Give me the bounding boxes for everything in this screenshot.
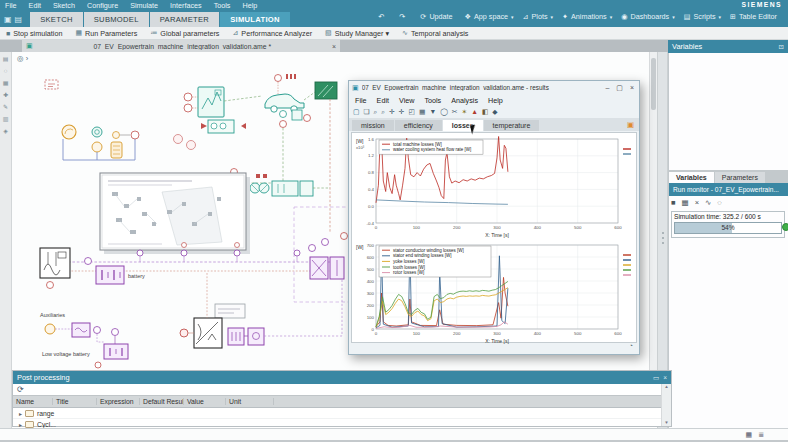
close-run-icon[interactable]: ×: [695, 198, 699, 207]
component-auxiliaries[interactable]: Auxiliaries: [40, 312, 104, 342]
menu-item[interactable]: File: [5, 1, 17, 10]
component-inverter-unit[interactable]: [174, 120, 247, 150]
run-parameters-button[interactable]: ▦Run Parameters: [75, 29, 137, 38]
results-tab[interactable]: losses: [443, 120, 483, 131]
losses-chart-bottom[interactable]: 0100200300400500600010020030040050060070…: [354, 241, 634, 345]
star-icon[interactable]: ✶: [461, 108, 467, 116]
app-space-button[interactable]: ❖App space▾: [465, 12, 514, 21]
alert-icon[interactable]: ▣: [627, 120, 634, 129]
column-header[interactable]: Default Resul: [140, 398, 184, 405]
cut-icon[interactable]: ✂: [452, 108, 458, 116]
component-thermal-loop[interactable]: [62, 125, 139, 160]
results-tab[interactable]: mission: [352, 120, 394, 131]
home-icon[interactable]: ◎: [17, 54, 24, 63]
temporal-analysis-button[interactable]: ∿Temporal analysis: [402, 29, 468, 38]
scroll-down-icon[interactable]: ▼: [662, 420, 671, 426]
stop-simulation-button[interactable]: ■Stop simulation: [6, 29, 62, 38]
column-header[interactable]: Title: [53, 398, 97, 405]
column-header[interactable]: Name: [13, 398, 53, 405]
mode-tab[interactable]: PARAMETER: [150, 12, 219, 27]
results-window-titlebar[interactable]: ▣ 07_EV_Epowertrain_machine_integration_…: [349, 81, 639, 94]
document-tab[interactable]: ▣ 07_EV_Epowertrain_machine_integration_…: [22, 40, 340, 52]
column-header[interactable]: Unit: [226, 398, 274, 405]
canvas-vertical-scrollbar[interactable]: [649, 52, 657, 370]
results-tab[interactable]: efficiency: [395, 120, 442, 131]
expand-icon[interactable]: ▸: [19, 421, 22, 428]
plot-icon[interactable]: ▦: [682, 198, 689, 207]
embedded-image[interactable]: [100, 173, 250, 254]
scroll-up-icon[interactable]: ▲: [662, 384, 671, 390]
global-parameters-button[interactable]: ≔Global parameters: [150, 29, 219, 38]
close-button[interactable]: ×: [628, 84, 636, 91]
palette-icon[interactable]: ◧: [482, 108, 488, 116]
performance-analyzer-button[interactable]: ⊿Performance Analyzer: [232, 29, 312, 38]
export-icon[interactable]: ◆: [492, 108, 497, 116]
open-icon[interactable]: ▤: [15, 16, 23, 24]
pin-icon[interactable]: ⊡: [779, 43, 784, 51]
refresh-circle-icon[interactable]: ◯: [440, 108, 448, 116]
scripts-button[interactable]: ▤Scripts▾: [684, 12, 721, 21]
zoom-in-icon[interactable]: ⌕: [374, 108, 378, 116]
maximize-button[interactable]: ▢: [614, 84, 625, 92]
component-dcdc-lv[interactable]: [180, 273, 342, 348]
results-menu-item[interactable]: Analysis: [451, 96, 478, 105]
search-panel-icon[interactable]: ◌: [4, 68, 8, 74]
right-panel-tab[interactable]: Variables: [669, 172, 714, 183]
post-processing-scrollbar[interactable]: ▲ ▼: [661, 384, 671, 426]
right-panel-tab[interactable]: Parameters: [715, 172, 765, 183]
component-cooling-fans[interactable]: [250, 174, 330, 196]
menu-item[interactable]: Sketch: [53, 1, 75, 10]
results-menu-item[interactable]: Help: [488, 96, 503, 105]
post-processing-header[interactable]: Post processing ▭×: [13, 371, 671, 384]
refresh-icon[interactable]: ⟳: [17, 385, 24, 394]
normalize-icon[interactable]: ◰: [409, 108, 415, 116]
minimize-panel-icon[interactable]: ▭: [653, 374, 659, 382]
stop-icon[interactable]: ■: [671, 198, 676, 207]
close-panel-icon[interactable]: ×: [663, 374, 667, 382]
component-vehicle[interactable]: [224, 74, 304, 112]
mode-tab[interactable]: SUBMODEL: [84, 12, 149, 27]
menu-item[interactable]: Tools: [214, 1, 231, 10]
redo-icon[interactable]: ↷: [399, 12, 411, 21]
library-panel-icon[interactable]: ▤: [3, 56, 9, 62]
close-document-icon[interactable]: ×: [332, 43, 336, 50]
column-header[interactable]: Expression: [97, 398, 140, 405]
mode-tab[interactable]: SIMULATION: [220, 12, 290, 27]
results-menu-item[interactable]: View: [399, 96, 414, 105]
expand-icon[interactable]: ▸: [19, 410, 22, 417]
layers-panel-icon[interactable]: ▥: [3, 116, 9, 122]
save-icon[interactable]: ▣: [4, 16, 12, 24]
menu-item[interactable]: Help: [242, 1, 257, 10]
chart-icon[interactable]: ∿: [705, 198, 711, 207]
table-row[interactable]: ▸ range: [13, 408, 671, 419]
components-panel-icon[interactable]: ▦: [3, 80, 9, 86]
study-manager-button[interactable]: ▧Study Manager ▾: [325, 29, 389, 38]
results-tab[interactable]: temperature: [484, 120, 540, 131]
refresh-icon[interactable]: ◌: [717, 198, 721, 207]
results-menu-item[interactable]: Edit: [377, 96, 389, 105]
table-editor-button[interactable]: ⊞Table Editor: [730, 12, 780, 21]
component-chiller[interactable]: [40, 248, 70, 289]
component-marker[interactable]: [45, 80, 58, 89]
component-dcdc-hv[interactable]: [309, 233, 348, 280]
menu-item[interactable]: Interfaces: [170, 1, 202, 10]
update-button[interactable]: ⟳Update: [420, 12, 455, 21]
dashboards-button[interactable]: ◉Dashboards▾: [621, 12, 675, 21]
results-menu-item[interactable]: File: [355, 96, 367, 105]
losses-chart-top[interactable]: 0100200300400500600-0.40.00.40.81.21.6X:…: [354, 135, 634, 239]
results-menu-item[interactable]: Tools: [424, 96, 441, 105]
list-view-icon[interactable]: ≣: [758, 431, 764, 439]
zoom-out-icon[interactable]: ⌕: [381, 108, 385, 116]
zoom-box-icon[interactable]: ❏: [363, 108, 369, 116]
undo-icon[interactable]: ↶: [378, 12, 390, 21]
menu-item[interactable]: Configure: [87, 1, 118, 10]
animations-button[interactable]: ✦Animations▾: [562, 12, 612, 21]
menu-item[interactable]: Simulate: [130, 1, 158, 10]
results-window[interactable]: ▣ 07_EV_Epowertrain_machine_integration_…: [348, 80, 640, 355]
plots-button[interactable]: ⊿Plots▾: [523, 12, 554, 21]
mode-tab[interactable]: SKETCH: [30, 12, 83, 27]
breadcrumb[interactable]: ◎ ›: [17, 54, 28, 63]
grid-view-icon[interactable]: ▦: [746, 431, 753, 439]
add-curve-icon[interactable]: ✛: [399, 108, 405, 116]
scrollbar-thumb[interactable]: [651, 58, 656, 110]
